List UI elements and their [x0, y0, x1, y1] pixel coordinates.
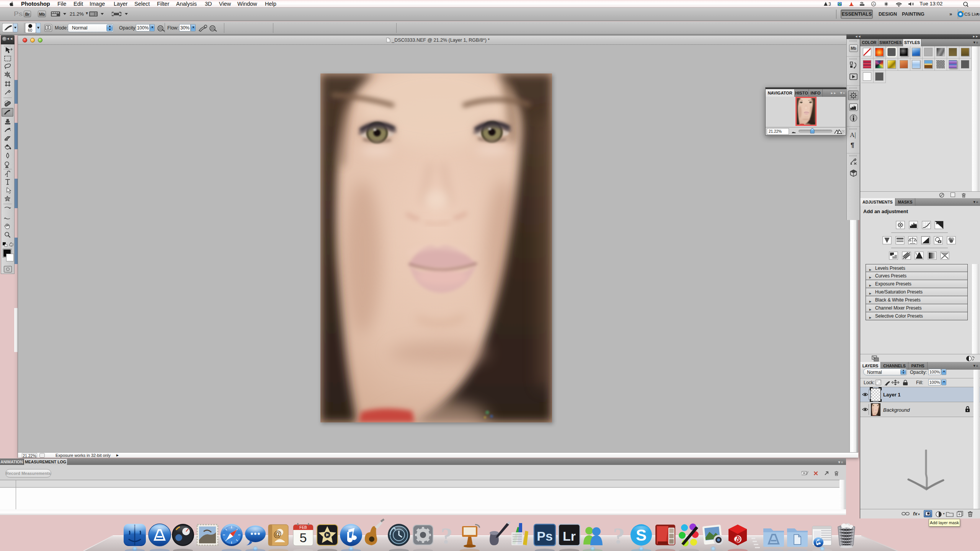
svg-text:5: 5: [300, 530, 307, 545]
svg-text:?: ?: [441, 523, 453, 549]
svg-text:3: 3: [828, 2, 831, 7]
svg-text:A: A: [872, 2, 875, 6]
svg-text:60: 60: [28, 28, 33, 33]
svg-text:Ps: Ps: [537, 529, 553, 543]
svg-text:FEB: FEB: [299, 525, 307, 530]
svg-text:@: @: [273, 529, 282, 539]
svg-text:?: ?: [613, 523, 625, 549]
svg-text:Lr: Lr: [563, 529, 576, 543]
